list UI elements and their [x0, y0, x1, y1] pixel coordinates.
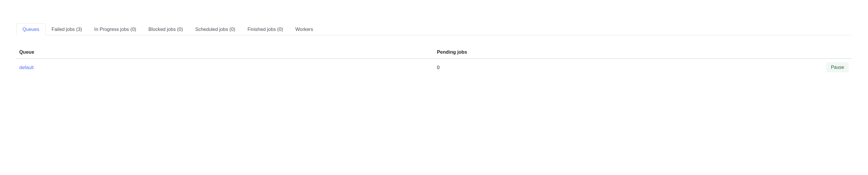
table-header-queue: Queue — [16, 46, 434, 59]
tab-workers[interactable]: Workers — [289, 23, 319, 35]
tabs-nav: Queues Failed jobs (3) In Progress jobs … — [16, 23, 852, 35]
tab-in-progress-jobs[interactable]: In Progress jobs (0) — [88, 23, 142, 35]
tab-scheduled-jobs[interactable]: Scheduled jobs (0) — [189, 23, 242, 35]
table-header-pending: Pending jobs — [434, 46, 768, 59]
queues-table: Queue Pending jobs default 0 Pause — [16, 46, 852, 76]
tab-finished-jobs[interactable]: Finished jobs (0) — [241, 23, 289, 35]
tab-queues[interactable]: Queues — [16, 23, 45, 35]
pause-button[interactable]: Pause — [826, 62, 849, 72]
tab-blocked-jobs[interactable]: Blocked jobs (0) — [142, 23, 189, 35]
pending-count: 0 — [434, 59, 768, 76]
table-header-action — [768, 46, 852, 59]
tab-failed-jobs[interactable]: Failed jobs (3) — [45, 23, 88, 35]
queue-link-default[interactable]: default — [19, 65, 34, 70]
table-row: default 0 Pause — [16, 59, 852, 76]
